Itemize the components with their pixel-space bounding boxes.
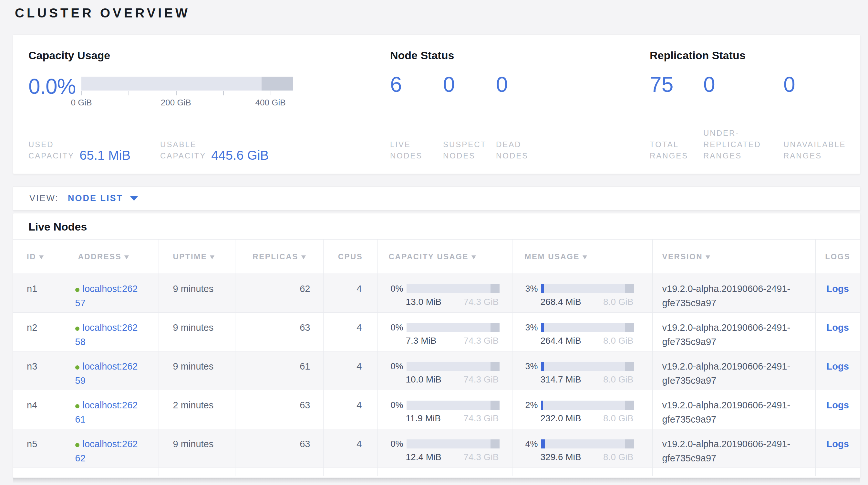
used-capacity-value: 65.1 MiB [80, 149, 130, 161]
node-cpus-cell: 4 [323, 429, 377, 468]
sort-caret-icon [706, 255, 710, 259]
node-status-title: Node Status [390, 49, 650, 62]
suspect-nodes-stat: 0 SUSPECT NODES [443, 75, 496, 161]
node-version-cell: v19.2.0-alpha.20190606-2491- gfe735c9a97 [652, 390, 815, 429]
mem-used-fill [541, 362, 544, 371]
cluster-summary-card: Capacity Usage 0.0% 0 GiB 200 GiB 400 Gi… [13, 35, 860, 174]
capacity-usage-section: Capacity Usage 0.0% 0 GiB 200 GiB 400 Gi… [28, 49, 390, 161]
node-address-link[interactable]: localhost:262 58 [75, 322, 138, 347]
node-logs-cell: Logs [815, 351, 860, 390]
node-capacity-usage-cell: 0% 12.4 MiB 74.3 GiB [377, 429, 512, 468]
logs-link[interactable]: Logs [827, 322, 849, 333]
logs-link[interactable]: Logs [827, 361, 849, 372]
view-dropdown[interactable]: NODE LIST [68, 193, 138, 203]
node-live-icon [75, 288, 80, 292]
node-cpus-cell [323, 468, 377, 476]
node-logs-cell: Logs [815, 429, 860, 468]
logs-link[interactable]: Logs [827, 284, 849, 294]
mem-percent-label: 4% [525, 437, 538, 451]
node-uptime-cell: 2 minutes [159, 390, 235, 429]
column-header-id[interactable]: ID [13, 239, 65, 274]
capacity-usage-bar [407, 284, 500, 293]
sort-caret-icon [583, 255, 587, 259]
node-id-cell: n4 [13, 390, 65, 429]
node-cpus-cell: 4 [323, 274, 377, 313]
sort-caret-icon [210, 255, 214, 259]
node-address-link[interactable]: localhost:262 61 [75, 400, 138, 425]
node-address-link[interactable]: localhost:262 59 [75, 361, 138, 386]
column-header-mem-usage[interactable]: MEM USAGE [512, 239, 652, 274]
column-header-version[interactable]: VERSION [652, 239, 815, 274]
mem-percent-label: 3% [525, 320, 538, 335]
capacity-usage-bar [82, 77, 293, 90]
node-uptime-cell: 9 minutes [159, 274, 235, 313]
node-mem-usage-cell: 3% 314.7 MiB 8.0 GiB [512, 351, 652, 390]
column-header-replicas[interactable]: REPLICAS [235, 239, 323, 274]
capacity-reserved-segment [491, 439, 499, 449]
mem-usage-bar [541, 439, 634, 449]
node-address-link[interactable]: localhost:262 62 [75, 439, 138, 463]
node-mem-usage-cell: 3% 264.4 MiB 8.0 GiB [512, 313, 652, 351]
node-capacity-usage-cell: 0% 13.0 MiB 74.3 GiB [377, 274, 512, 313]
mem-total-value: 8.0 GiB [603, 374, 633, 385]
node-replicas-cell: 62 [235, 274, 323, 313]
replication-status-section: Replication Status 75 TOTAL RANGES 0 UND… [650, 49, 847, 161]
node-address-cell: localhost:262 57 [65, 274, 159, 313]
capacity-percent-label: 0% [391, 282, 403, 296]
capacity-total-value: 74.3 GiB [464, 413, 499, 424]
table-row: n4 localhost:262 61 2 minutes 63 4 0% 11… [13, 390, 860, 429]
mem-reserved-segment [625, 439, 634, 449]
node-replicas-cell: 63 [235, 390, 323, 429]
mem-percent-label: 3% [525, 359, 538, 373]
node-capacity-usage-cell: 0% 10.0 MiB 74.3 GiB [377, 351, 512, 390]
mem-total-value: 8.0 GiB [603, 452, 633, 463]
view-dropdown-value: NODE LIST [68, 193, 123, 203]
logs-link[interactable]: Logs [827, 439, 849, 449]
node-replicas-cell [235, 468, 323, 476]
mem-usage-bar [541, 284, 634, 293]
capacity-usage-bar [407, 439, 500, 449]
live-nodes-title: Live Nodes [13, 213, 860, 233]
mem-used-fill [541, 323, 544, 332]
node-live-icon [75, 404, 80, 408]
live-nodes-stat: 6 LIVE NODES [390, 75, 443, 161]
capacity-reserved-segment [491, 362, 499, 371]
column-header-address[interactable]: ADDRESS [65, 239, 159, 274]
table-row [13, 468, 860, 476]
table-row: n2 localhost:262 58 9 minutes 63 4 0% 7.… [13, 313, 860, 351]
sort-caret-icon [124, 255, 129, 259]
mem-reserved-segment [625, 323, 634, 332]
used-capacity-label: USED CAPACITY [28, 139, 74, 161]
logs-link[interactable]: Logs [827, 400, 849, 410]
column-header-uptime[interactable]: UPTIME [159, 239, 235, 274]
column-header-capacity-usage[interactable]: CAPACITY USAGE [377, 239, 512, 274]
usable-capacity-stat: USABLE CAPACITY 445.6 GiB [160, 139, 269, 161]
node-capacity-usage-cell: 0% 7.3 MiB 74.3 GiB [377, 313, 512, 351]
node-uptime-cell: 9 minutes [159, 351, 235, 390]
mem-used-value: 314.7 MiB [540, 374, 581, 385]
capacity-percent-label: 0% [391, 359, 403, 373]
capacity-total-value: 74.3 GiB [464, 374, 499, 385]
capacity-reserved-segment [491, 401, 499, 410]
capacity-reserved-segment [261, 77, 293, 90]
mem-used-value: 268.4 MiB [540, 296, 581, 308]
page-title: CLUSTER OVERVIEW [0, 0, 868, 20]
capacity-axis-labels: 0 GiB 200 GiB 400 GiB [82, 98, 293, 108]
node-replicas-cell: 61 [235, 351, 323, 390]
node-live-icon [75, 326, 80, 331]
mem-used-fill [541, 439, 545, 449]
node-address-link[interactable]: localhost:262 57 [75, 284, 138, 308]
capacity-usage-bar [407, 401, 500, 410]
node-id-cell: n2 [13, 313, 65, 351]
capacity-total-value: 74.3 GiB [464, 335, 499, 346]
capacity-used-value: 7.3 MiB [406, 335, 437, 346]
mem-percent-label: 2% [525, 398, 538, 412]
capacity-used-value: 13.0 MiB [406, 296, 442, 308]
mem-reserved-segment [625, 284, 634, 293]
sort-caret-icon [39, 255, 43, 259]
node-live-icon [75, 365, 80, 370]
node-status-section: Node Status 6 LIVE NODES 0 SUSPECT NODES… [390, 49, 650, 161]
node-cpus-cell: 4 [323, 390, 377, 429]
dead-nodes-stat: 0 DEAD NODES [496, 75, 549, 161]
node-version-cell [652, 468, 815, 476]
